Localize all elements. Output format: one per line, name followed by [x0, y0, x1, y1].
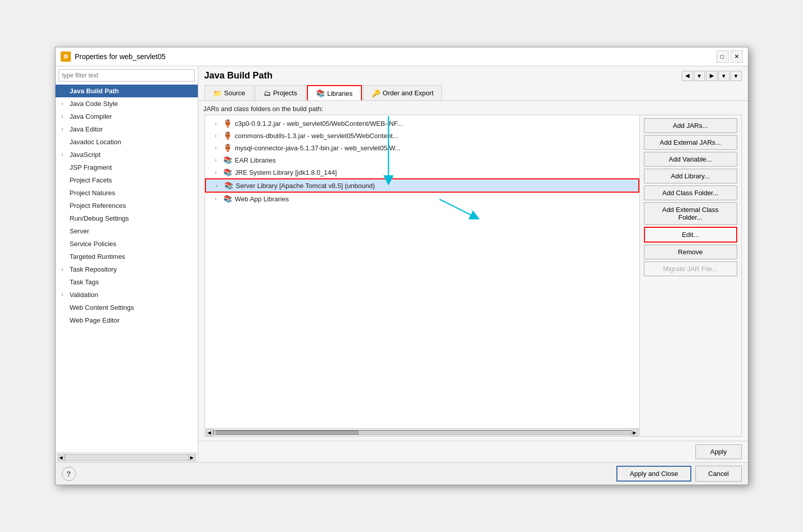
library-icon: 🏺: [223, 131, 232, 140]
tab-source[interactable]: 📁Source: [204, 85, 254, 100]
sidebar-item-label: Java Compiler: [70, 113, 112, 120]
close-button[interactable]: ✕: [731, 50, 743, 63]
sidebar-item-project-facets[interactable]: Project Facets: [56, 174, 198, 187]
content-area: ›🏺c3p0-0.9.1.2.jar - web_servlet05/WebCo…: [204, 115, 742, 437]
sidebar-item-service-policies[interactable]: Service Policies: [56, 237, 198, 250]
expand-icon: ›: [62, 152, 68, 157]
sidebar-item-label: Server: [70, 227, 89, 235]
library-icon: 📚: [223, 156, 232, 164]
filter-input[interactable]: [59, 69, 195, 82]
sidebar-item-java-build-path[interactable]: Java Build Path: [56, 85, 198, 97]
sidebar-item-project-natures[interactable]: Project Natures: [56, 187, 198, 199]
sidebar-item-javascript[interactable]: ›JavaScript: [56, 148, 198, 161]
h-scrollbar-thumb[interactable]: [216, 431, 358, 435]
library-item[interactable]: ›📚EAR Libraries: [205, 154, 639, 166]
sidebar-item-jsp-fragment[interactable]: JSP Fragment: [56, 161, 198, 174]
action-btn-remove[interactable]: Remove: [644, 245, 737, 259]
tab-label: Source: [224, 89, 245, 97]
apply-button[interactable]: Apply: [695, 444, 742, 459]
library-item[interactable]: ›🏺mysql-connector-java-5.1.37-bin.jar - …: [205, 142, 639, 154]
library-icon: 🏺: [223, 144, 232, 152]
library-icon: 📚: [223, 195, 232, 203]
sidebar-item-web-page-editor[interactable]: Web Page Editor: [56, 314, 198, 327]
dialog-icon: ⚙: [61, 51, 71, 62]
tab-order-and-export[interactable]: 🔑Order and Export: [363, 85, 443, 100]
cancel-button[interactable]: Cancel: [695, 466, 741, 482]
action-btn-add-external-jars-[interactable]: Add External JARs...: [644, 135, 737, 150]
properties-dialog: ⚙ Properties for web_servlet05 □ ✕ Java …: [55, 47, 748, 485]
action-btn-add-class-folder-[interactable]: Add Class Folder...: [644, 185, 737, 200]
sidebar-list: Java Build Path›Java Code Style›Java Com…: [56, 85, 198, 327]
library-item[interactable]: ›📚Server Library [Apache Tomcat v8.5] (u…: [205, 178, 639, 193]
action-btn-add-variable-[interactable]: Add Variable...: [644, 152, 737, 167]
expand-icon: ›: [215, 157, 220, 163]
h-scroll-right-btn[interactable]: ▶: [631, 429, 638, 436]
sidebar-scroll-left[interactable]: ◀: [58, 454, 65, 461]
nav-forward-button[interactable]: ▶: [706, 71, 717, 81]
nav-back-dropdown[interactable]: ▼: [694, 71, 705, 81]
sidebar-item-javadoc-location[interactable]: Javadoc Location: [56, 136, 198, 148]
h-scrollbar-area[interactable]: ◀ ▶: [205, 428, 639, 436]
library-icon: 🏺: [223, 119, 232, 127]
sidebar-item-java-code-style[interactable]: ›Java Code Style: [56, 97, 198, 110]
h-scrollbar-track[interactable]: [213, 430, 631, 435]
right-panel-title: Java Build Path: [204, 70, 273, 81]
sidebar-item-task-tags[interactable]: Task Tags: [56, 276, 198, 288]
sidebar: Java Build Path›Java Code Style›Java Com…: [56, 66, 198, 462]
sidebar-item-label: Task Tags: [70, 278, 99, 286]
sidebar-item-project-references[interactable]: Project References: [56, 199, 198, 212]
sidebar-bottom-bar: ◀ ▶: [56, 453, 198, 462]
action-btn-edit-[interactable]: Edit...: [644, 227, 737, 243]
minimize-button[interactable]: □: [716, 50, 729, 63]
library-name: JRE System Library [jdk1.8.0_144]: [235, 169, 337, 176]
tab-icon: 📚: [316, 89, 325, 97]
sidebar-item-web-content-settings[interactable]: Web Content Settings: [56, 301, 198, 314]
sidebar-item-label: Web Content Settings: [70, 304, 134, 311]
action-btn-add-jars-[interactable]: Add JARs...: [644, 118, 737, 133]
library-name: EAR Libraries: [235, 156, 276, 164]
library-item[interactable]: ›📚Web App Libraries: [205, 193, 639, 205]
sidebar-item-label: Java Editor: [70, 125, 103, 133]
libraries-list: ›🏺c3p0-0.9.1.2.jar - web_servlet05/WebCo…: [205, 115, 639, 428]
action-btn-add-library-[interactable]: Add Library...: [644, 169, 737, 183]
library-item[interactable]: ›🏺c3p0-0.9.1.2.jar - web_servlet05/WebCo…: [205, 117, 639, 129]
library-name: Server Library [Apache Tomcat v8.5] (unb…: [236, 182, 375, 190]
sidebar-item-server[interactable]: Server: [56, 225, 198, 237]
nav-back-button[interactable]: ◀: [682, 71, 693, 81]
sidebar-item-java-compiler[interactable]: ›Java Compiler: [56, 110, 198, 123]
sidebar-scroll-area[interactable]: Java Build Path›Java Code Style›Java Com…: [56, 85, 198, 453]
action-btn-migrate-jar-file-: Migrate JAR File...: [644, 261, 737, 276]
expand-icon: ›: [62, 292, 68, 298]
right-buttons-panel: Add JARs...Add External JARs...Add Varia…: [639, 115, 741, 436]
action-btn-add-external-class-folder-[interactable]: Add External Class Folder...: [644, 202, 737, 225]
sidebar-item-label: Web Page Editor: [70, 316, 120, 324]
sidebar-item-validation[interactable]: ›Validation: [56, 288, 198, 301]
sidebar-item-task-repository[interactable]: ›Task Repository: [56, 263, 198, 276]
sidebar-item-run/debug-settings[interactable]: Run/Debug Settings: [56, 212, 198, 225]
h-scroll-left-btn[interactable]: ◀: [206, 429, 213, 436]
sidebar-item-label: Validation: [70, 291, 98, 299]
title-buttons: □ ✕: [716, 50, 743, 63]
expand-icon: ›: [62, 267, 68, 272]
right-header: Java Build Path ◀ ▼ ▶ ▼ ▼: [198, 66, 748, 83]
help-button[interactable]: ?: [62, 467, 76, 481]
tab-projects[interactable]: 🗂Projects: [255, 85, 306, 100]
tabs-container: 📁Source🗂Projects📚Libraries🔑Order and Exp…: [204, 83, 444, 100]
library-item[interactable]: ›📚JRE System Library [jdk1.8.0_144]: [205, 166, 639, 178]
library-item[interactable]: ›🏺commons-dbutils-1.3.jar - web_servlet0…: [205, 129, 639, 142]
sidebar-item-java-editor[interactable]: ›Java Editor: [56, 123, 198, 136]
tab-label: Libraries: [327, 90, 353, 97]
sidebar-h-scrollbar[interactable]: [65, 454, 189, 461]
sidebar-item-label: Javadoc Location: [70, 138, 121, 146]
tab-libraries[interactable]: 📚Libraries: [307, 85, 362, 100]
sidebar-item-targeted-runtimes[interactable]: Targeted Runtimes: [56, 250, 198, 263]
nav-forward-dropdown[interactable]: ▼: [718, 71, 730, 81]
expand-icon: ›: [215, 196, 220, 202]
apply-close-button[interactable]: Apply and Close: [616, 466, 691, 482]
sidebar-item-label: Project References: [70, 202, 126, 209]
sidebar-scroll-right[interactable]: ▶: [189, 454, 196, 461]
nav-menu-dropdown[interactable]: ▼: [731, 71, 742, 81]
library-name: commons-dbutils-1.3.jar - web_servlet05/…: [235, 132, 399, 140]
bottom-bar: Apply: [198, 441, 748, 462]
sidebar-item-label: Java Build Path: [70, 87, 119, 95]
